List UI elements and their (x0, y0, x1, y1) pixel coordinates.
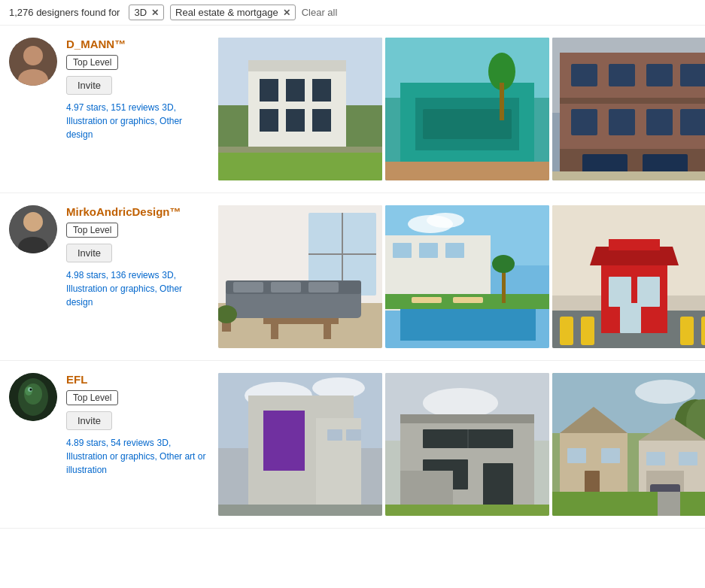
svg-rect-84 (609, 277, 631, 307)
svg-rect-86 (620, 303, 641, 333)
svg-rect-70 (412, 297, 442, 303)
svg-rect-71 (453, 297, 483, 303)
portfolio-image[interactable] (552, 373, 705, 516)
designer-row: MirkoAndricDesign™ Top Level Invite 4.98… (0, 193, 705, 361)
svg-rect-131 (658, 492, 680, 516)
portfolio-image[interactable] (385, 205, 549, 348)
svg-point-73 (492, 255, 515, 273)
svg-rect-127 (679, 452, 697, 465)
svg-point-116 (635, 380, 695, 404)
results-count-text: 1,276 designers found for (9, 7, 120, 18)
svg-rect-54 (308, 282, 339, 292)
svg-rect-20 (423, 109, 512, 139)
svg-rect-7 (248, 60, 346, 71)
svg-rect-107 (400, 414, 534, 423)
svg-point-96 (312, 377, 365, 399)
svg-rect-102 (218, 505, 382, 516)
designers-list: D_MANN™ Top Level Invite 4.97 stars, 151… (0, 26, 705, 529)
svg-rect-35 (646, 109, 673, 135)
svg-rect-52 (233, 282, 263, 292)
svg-point-92 (30, 389, 32, 391)
svg-rect-30 (646, 64, 673, 86)
svg-rect-28 (571, 64, 597, 86)
svg-rect-126 (646, 452, 665, 465)
stars-reviews: 4.97 stars, 151 reviews (66, 102, 159, 113)
svg-rect-53 (271, 282, 301, 292)
svg-rect-79 (680, 317, 694, 345)
portfolio-image[interactable] (385, 373, 549, 516)
svg-rect-57 (324, 324, 331, 339)
level-badge: Top Level (66, 55, 118, 70)
designer-row: D_MANN™ Top Level Invite 4.97 stars, 151… (0, 26, 705, 193)
avatar (9, 373, 57, 421)
designer-name-link[interactable]: EFL (66, 373, 209, 386)
svg-rect-123 (585, 471, 600, 493)
avatar (9, 38, 57, 86)
svg-rect-100 (327, 429, 342, 441)
svg-rect-130 (552, 492, 705, 516)
filter-tag-3d-close-icon[interactable]: ✕ (151, 8, 159, 18)
level-badge: Top Level (66, 223, 118, 238)
portfolio-image[interactable] (218, 38, 382, 180)
portfolio-image[interactable] (218, 205, 382, 348)
svg-rect-80 (701, 317, 705, 345)
clear-all-button[interactable]: Clear all (302, 7, 338, 18)
portfolio-image[interactable] (385, 38, 549, 180)
svg-rect-40 (552, 171, 705, 180)
svg-rect-14 (218, 149, 382, 180)
svg-rect-36 (680, 109, 705, 135)
svg-rect-66 (419, 243, 438, 258)
svg-rect-11 (260, 109, 278, 132)
svg-point-63 (427, 213, 464, 228)
svg-rect-29 (609, 64, 635, 86)
designer-info: EFL Top Level Invite 4.89 stars, 54 revi… (66, 373, 209, 477)
portfolio-image[interactable] (218, 373, 382, 516)
svg-rect-85 (637, 277, 660, 307)
svg-rect-101 (346, 429, 361, 441)
svg-rect-55 (263, 318, 339, 324)
svg-rect-6 (248, 60, 346, 150)
portfolio-images (218, 373, 705, 516)
svg-rect-77 (560, 317, 573, 345)
stars-reviews: 4.98 stars, 136 reviews (66, 270, 159, 280)
portfolio-image[interactable] (552, 38, 705, 180)
svg-rect-34 (609, 109, 635, 135)
svg-rect-122 (601, 448, 620, 463)
avatar (9, 205, 57, 253)
filter-tag-3d[interactable]: 3D ✕ (129, 5, 164, 20)
svg-point-105 (423, 388, 498, 418)
svg-rect-10 (312, 79, 331, 102)
svg-rect-12 (286, 109, 305, 132)
invite-button[interactable]: Invite (66, 76, 112, 95)
invite-button[interactable]: Invite (66, 244, 112, 262)
stars-reviews: 4.89 stars, 54 reviews (66, 438, 154, 448)
svg-rect-78 (581, 317, 594, 345)
svg-rect-15 (218, 147, 382, 153)
invite-button[interactable]: Invite (66, 411, 112, 430)
avatar-image (9, 38, 57, 86)
designer-name-link[interactable]: MirkoAndricDesign™ (66, 205, 209, 218)
svg-rect-113 (385, 505, 549, 516)
filter-tag-3d-label: 3D (134, 7, 147, 18)
designer-name-link[interactable]: D_MANN™ (66, 38, 209, 50)
svg-rect-56 (271, 324, 278, 339)
svg-point-1 (23, 46, 43, 65)
level-badge: Top Level (66, 390, 118, 405)
svg-rect-22 (500, 83, 504, 120)
search-results-header: 1,276 designers found for 3D ✕ Real esta… (0, 0, 705, 26)
filter-tag-real-estate[interactable]: Real estate & mortgage ✕ (170, 5, 296, 20)
portfolio-images (218, 205, 705, 348)
svg-point-42 (23, 212, 43, 232)
portfolio-image[interactable] (552, 205, 705, 348)
designer-info: D_MANN™ Top Level Invite 4.97 stars, 151… (66, 38, 209, 141)
filter-tag-real-estate-label: Real estate & mortgage (175, 7, 278, 18)
svg-rect-8 (260, 79, 278, 102)
svg-rect-83 (609, 239, 660, 250)
avatar-image (9, 205, 57, 253)
filter-tag-real-estate-close-icon[interactable]: ✕ (283, 8, 290, 18)
svg-rect-67 (445, 243, 464, 258)
designer-info: MirkoAndricDesign™ Top Level Invite 4.98… (66, 205, 209, 309)
svg-rect-33 (571, 109, 597, 135)
svg-rect-13 (312, 109, 331, 132)
portfolio-images (218, 38, 705, 180)
